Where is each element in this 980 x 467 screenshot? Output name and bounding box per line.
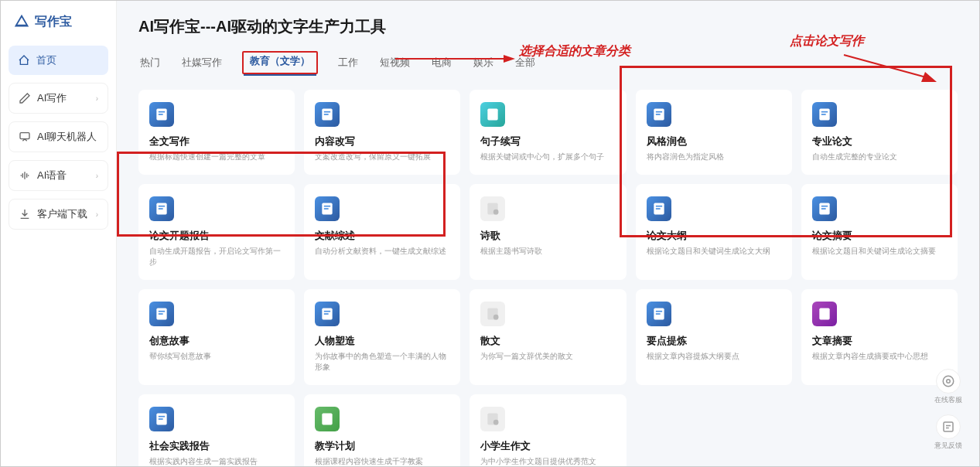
card-desc: 根据主题书写诗歌 [480,246,615,257]
card-创意故事[interactable]: 创意故事帮你续写创意故事 [138,289,295,385]
sidebar-item-ai-chat[interactable]: AI聊天机器人 [9,121,108,152]
card-icon [315,196,340,221]
logo: 写作宝 [9,10,108,38]
svg-rect-42 [159,418,163,420]
card-全文写作[interactable]: 全文写作根据标题快速创建一篇完整的文章 [138,90,295,175]
svg-rect-41 [159,416,165,418]
card-desc: 根据课程内容快速生成千字教案 [315,456,449,466]
chat-icon [19,131,31,143]
svg-point-35 [493,315,499,320]
card-icon [149,407,174,431]
tab-social[interactable]: 社媒写作 [180,51,224,74]
card-要点提炼[interactable]: 要点提炼根据文章内容提炼大纲要点 [636,289,792,385]
sidebar-item-label: AI写作 [37,91,67,105]
float-label: 在线客服 [934,395,962,405]
card-教学计划[interactable]: 教学计划根据课程内容快速生成千字教案 [304,394,460,466]
svg-rect-6 [324,114,329,115]
tab-ecommerce[interactable]: 电商 [430,51,453,74]
card-论文摘要[interactable]: 论文摘要根据论文题目和关键词生成论文摘要 [801,184,958,280]
svg-rect-19 [324,208,329,210]
card-人物塑造[interactable]: 人物塑造为你故事中的角色塑造一个丰满的人物形象 [304,289,460,385]
card-desc: 根据文章内容生成摘要或中心思想 [812,351,947,362]
card-icon [315,102,340,127]
card-title: 文章摘要 [812,334,947,348]
svg-rect-3 [159,114,163,115]
customer-service-button[interactable]: 在线客服 [933,369,964,405]
sidebar-item-download[interactable]: 客户端下载 › [9,199,108,230]
feedback-icon [936,414,961,439]
card-论文开题报告[interactable]: 论文开题报告自动生成开题报告，开启论文写作第一步 [138,184,295,280]
card-散文[interactable]: 散文为你写一篇文辞优美的散文 [470,289,626,385]
card-icon [647,196,671,221]
tab-work[interactable]: 工作 [336,51,360,74]
card-社会实践报告[interactable]: 社会实践报告根据实践内容生成一篇实践报告 [138,394,295,466]
svg-rect-39 [819,308,829,320]
card-内容改写[interactable]: 内容改写文案改造改写，保留原义一键拓展 [304,90,460,175]
card-句子续写[interactable]: 句子续写根据关键词或中心句，扩展多个句子 [470,90,626,175]
card-小学生作文[interactable]: 小学生作文为中小学生作文题目提供优秀范文 [470,394,626,466]
card-desc: 为你写一篇文辞优美的散文 [480,351,615,362]
svg-rect-32 [324,311,330,312]
card-icon [812,302,837,326]
float-label: 意见反馈 [934,441,962,451]
card-desc: 为你故事中的角色塑造一个丰满的人物形象 [315,351,449,373]
svg-rect-27 [821,208,826,210]
svg-rect-23 [655,206,661,207]
card-icon [812,196,837,221]
category-tabs: 热门 社媒写作 教育（文学） 工作 短视频 电商 娱乐 全部 [138,51,958,74]
card-title: 要点提炼 [647,334,781,348]
svg-rect-29 [159,311,165,312]
svg-rect-30 [159,313,163,315]
download-icon [19,208,31,220]
card-title: 文献综述 [315,229,449,243]
card-desc: 根据文章内容提炼大纲要点 [647,351,781,362]
card-icon [812,102,837,127]
pencil-icon [19,92,31,104]
sidebar-item-home[interactable]: 首页 [9,46,108,75]
svg-rect-38 [655,313,660,315]
svg-rect-13 [821,114,826,115]
card-desc: 根据实践内容生成一篇实践报告 [149,456,284,466]
card-文献综述[interactable]: 文献综述自动分析文献资料，一键生成文献综述 [304,184,460,280]
svg-rect-5 [324,111,330,113]
card-icon [480,102,505,127]
card-title: 创意故事 [149,334,284,348]
card-风格润色[interactable]: 风格润色将内容润色为指定风格 [636,90,792,175]
card-icon [149,196,174,221]
feedback-button[interactable]: 意见反馈 [933,414,964,451]
card-title: 教学计划 [315,439,449,453]
main-content: AI写作宝---AI驱动的文字生产力工具 热门 社媒写作 教育（文学） 工作 短… [117,1,979,466]
svg-rect-9 [655,111,661,113]
chevron-right-icon: › [96,94,98,103]
card-desc: 自动生成完整的专业论文 [812,152,947,162]
card-desc: 根据论文题目和关键词生成论文摘要 [812,246,947,257]
tab-shortvideo[interactable]: 短视频 [378,51,411,74]
card-title: 内容改写 [315,135,449,148]
card-desc: 帮你续写创意故事 [149,351,284,362]
audio-icon [19,169,31,182]
svg-rect-16 [159,208,163,210]
card-icon [480,407,505,431]
svg-rect-43 [323,414,333,425]
card-icon [480,302,505,326]
headset-icon [936,369,961,394]
sidebar-item-ai-write[interactable]: AI写作 › [9,83,108,114]
card-title: 句子续写 [480,135,615,148]
card-icon [647,302,671,326]
card-desc: 为中小学生作文题目提供优秀范文 [480,456,615,466]
svg-rect-10 [655,114,660,115]
tab-education[interactable]: 教育（文学） [242,51,318,74]
card-诗歌[interactable]: 诗歌根据主题书写诗歌 [470,184,626,280]
tab-entertain[interactable]: 娱乐 [472,51,495,74]
svg-rect-2 [159,111,165,113]
card-desc: 根据标题快速创建一篇完整的文章 [149,152,284,162]
tab-all[interactable]: 全部 [514,51,537,74]
tab-hot[interactable]: 热门 [138,51,162,74]
card-desc: 自动分析文献资料，一键生成文献综述 [315,246,449,257]
card-专业论文[interactable]: 专业论文自动生成完整的专业论文 [801,90,958,175]
card-icon [647,102,671,127]
card-desc: 将内容润色为指定风格 [647,152,781,162]
svg-rect-26 [821,206,828,207]
card-论文大纲[interactable]: 论文大纲根据论文题目和关键词生成论文大纲 [636,184,792,280]
sidebar-item-ai-voice[interactable]: AI语音 › [9,160,108,191]
